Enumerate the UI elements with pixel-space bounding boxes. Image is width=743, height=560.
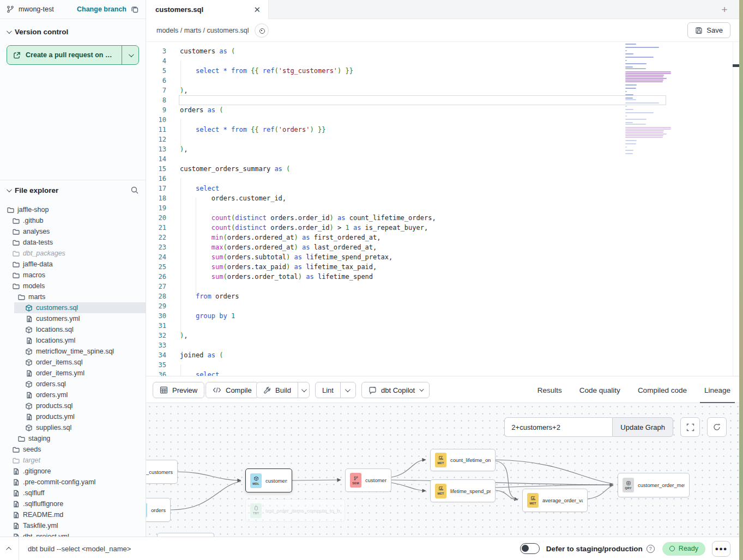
tab-customers-sql[interactable]: customers.sql ✕ (146, 0, 269, 19)
file-tree-item-metricflow_time_spine.sql[interactable]: metricflow_time_spine.sql (0, 346, 146, 357)
dbt-copilot-button[interactable]: dbt Copilot (361, 382, 430, 398)
code-editor[interactable]: 3customers as (45 select * from {{ ref('… (146, 42, 739, 376)
preview-button[interactable]: Preview (153, 382, 204, 398)
build-button[interactable]: Build (257, 382, 298, 398)
folder-icon (12, 240, 20, 246)
refresh-icon (712, 423, 721, 431)
file-tree: jaffle-shop.githubanalysesdata-testsdbt_… (0, 204, 146, 542)
expand-console-button[interactable] (0, 547, 19, 551)
panel-tab-results[interactable]: Results (529, 376, 571, 404)
change-branch-link[interactable]: Change branch (77, 5, 126, 13)
file-tree-item-analyses[interactable]: analyses (0, 226, 146, 237)
file-tree-item-target[interactable]: target (0, 455, 146, 466)
create-pr-button[interactable]: Create a pull request on Git… (7, 45, 139, 65)
lineage-edge (391, 480, 613, 485)
minimap-line (625, 80, 663, 81)
lint-button[interactable]: Lint (316, 382, 341, 398)
version-control-header[interactable]: Version control (0, 22, 146, 41)
file-tree-item-supplies.sql[interactable]: supplies.sql (0, 422, 146, 433)
create-pr-main[interactable]: Create a pull request on Git… (7, 46, 122, 64)
editor-scrollbar[interactable] (733, 42, 739, 376)
file-tree-item-dbt_packages[interactable]: dbt_packages (0, 248, 146, 259)
file-tree-item-macros[interactable]: macros (0, 270, 146, 281)
file-tree-item-customers.sql[interactable]: customers.sql (0, 302, 146, 313)
lineage-node-customers-model[interactable]: MDLcustomers (245, 468, 292, 492)
file-tree-item-.gitignore[interactable]: .gitignore (0, 466, 146, 477)
code-line-23: 23 max(orders.ordered_at) as last_ordere… (146, 242, 739, 252)
minimap-line (625, 119, 647, 120)
help-icon[interactable]: ? (647, 545, 655, 553)
file-tree-item-customers.yml[interactable]: customers.yml (0, 313, 146, 324)
file-tree-item-.sqlfluffignore[interactable]: .sqlfluffignore (0, 498, 146, 509)
lineage-node-count_lifetime_orders[interactable]: METcount_lifetime_orders (430, 449, 496, 471)
cube-icon (25, 381, 33, 388)
refresh-button[interactable] (707, 417, 727, 437)
lineage-node-average_order_value[interactable]: METaverage_order_value (522, 489, 588, 512)
close-icon[interactable]: ✕ (253, 5, 261, 14)
node-label: orders (151, 507, 166, 513)
tab-title: customers.sql (155, 5, 203, 14)
minimap[interactable] (625, 44, 672, 155)
fullscreen-icon (686, 423, 694, 431)
code-icon (213, 387, 221, 393)
file-tree-item-.sqlfluff[interactable]: .sqlfluff (0, 488, 146, 498)
compile-button[interactable]: Compile (206, 382, 259, 398)
file-tree-item-orders.yml[interactable]: orders.yml (0, 389, 146, 400)
lineage-node-partial-bottom[interactable] (157, 533, 214, 537)
code-line-20: 20 count(distinct orders.order_id) as co… (146, 213, 739, 223)
file-tree-item-staging[interactable]: staging (0, 433, 146, 444)
file-tree-item-seeds[interactable]: seeds (0, 444, 146, 455)
panel-tab-compiled-code[interactable]: Compiled code (629, 376, 696, 404)
copilot-label: dbt Copilot (381, 386, 415, 394)
node-label: lifetime_spend_pretax (450, 488, 491, 494)
file-explorer-header[interactable]: File explorer (0, 180, 146, 200)
file-name: .sqlfluff (23, 489, 44, 497)
build-dropdown[interactable] (298, 382, 309, 398)
copy-icon[interactable] (131, 5, 139, 14)
cube-icon (25, 424, 33, 431)
minimap-line (625, 91, 627, 92)
file-tree-item-models[interactable]: models (0, 281, 146, 291)
lineage-selector-input[interactable]: 2+customers+2 (504, 417, 612, 437)
update-graph-button[interactable]: Update Graph (612, 417, 673, 437)
lineage-node-customer_order_metrics[interactable]: QRYcustomer_order_metrics (618, 473, 690, 497)
file-tree-item-orders.sql[interactable]: orders.sql (0, 379, 146, 389)
file-tree-item-.pre-commit-config.yaml[interactable]: .pre-commit-config.yaml (0, 477, 146, 488)
panel-tab-code-quality[interactable]: Code quality (571, 376, 629, 404)
panel-tab-lineage[interactable]: Lineage (696, 376, 739, 404)
fullscreen-button[interactable] (680, 417, 700, 437)
git-branch-icon (7, 5, 14, 13)
file-tree-item-order_items.sql[interactable]: order_items.sql (0, 357, 146, 368)
editor-tabbar: customers.sql ✕ + (146, 0, 739, 19)
file-tree-item-locations.yml[interactable]: locations.yml (0, 335, 146, 346)
lineage-node-stg_customers[interactable]: MDLstg_customers (146, 460, 178, 484)
defer-toggle[interactable] (520, 543, 540, 554)
compass-icon[interactable] (255, 23, 269, 38)
create-pr-dropdown[interactable] (122, 46, 138, 64)
file-tree-item-products.yml[interactable]: products.yml (0, 411, 146, 422)
lineage-node-orders-src[interactable]: MDLorders (146, 498, 171, 522)
file-tree-item-jaffle-shop[interactable]: jaffle-shop (0, 204, 146, 215)
chevron-down-icon (301, 387, 307, 392)
file-tree-item-order_items.yml[interactable]: order_items.yml (0, 368, 146, 379)
file-tree-item-data-tests[interactable]: data-tests (0, 237, 146, 248)
file-tree-item-locations.sql[interactable]: locations.sql (0, 324, 146, 335)
code-line-17: 17 select (146, 184, 739, 193)
file-tree-item-README.md[interactable]: README.md (0, 509, 146, 520)
save-button[interactable]: Save (687, 22, 730, 38)
file-tree-item-jaffle-data[interactable]: jaffle-data (0, 259, 146, 270)
more-options-button[interactable]: ●●● (712, 541, 730, 557)
file-tree-item-Taskfile.yml[interactable]: Taskfile.yml (0, 520, 146, 531)
search-icon[interactable] (130, 186, 139, 194)
lineage-node-lifetime_spend_pretax[interactable]: METlifetime_spend_pretax (430, 479, 496, 502)
tst-badge: TST (250, 503, 262, 518)
lineage-node-test-node[interactable]: TSTtest_order_items_compute_to_bools… (245, 499, 345, 522)
lineage-node-customers-semantic[interactable]: SEMcustomers (345, 468, 391, 492)
new-tab-button[interactable]: + (717, 3, 732, 17)
command-input[interactable]: dbt build --select <model_name> (19, 545, 520, 553)
lint-dropdown[interactable] (341, 382, 354, 398)
status-badge[interactable]: Ready (662, 542, 705, 556)
file-tree-item-.github[interactable]: .github (0, 215, 146, 226)
file-tree-item-products.sql[interactable]: products.sql (0, 400, 146, 411)
file-tree-item-marts[interactable]: marts (0, 291, 146, 302)
